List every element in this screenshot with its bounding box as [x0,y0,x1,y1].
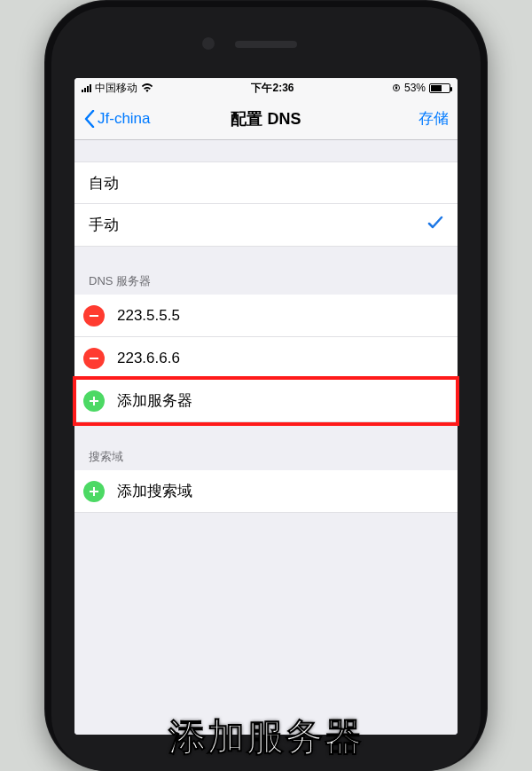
dns-server-value: 223.5.5.5 [117,307,180,325]
mode-group: 自动 手动 [74,161,458,247]
add-server-button[interactable] [83,390,105,412]
remove-server-button[interactable] [83,305,105,326]
checkmark-icon [427,215,443,235]
back-button[interactable]: Jf-china [83,110,151,128]
svg-rect-7 [90,491,98,492]
chevron-left-icon [83,110,96,128]
svg-rect-1 [395,87,397,90]
orientation-lock-icon [392,83,401,92]
front-camera [202,37,215,50]
dns-group: DNS 服务器 223.5.5.5 223.6.6.6 [74,268,458,422]
wifi-icon [141,83,153,92]
signal-icon [82,83,91,92]
mode-auto-label: 自动 [89,173,119,193]
screen: 中国移动 下午2:36 53% [74,78,458,735]
plus-icon [88,395,100,407]
add-server-label: 添加服务器 [117,390,192,411]
search-group-header: 搜索域 [74,444,458,470]
dns-server-value: 223.6.6.6 [117,350,180,367]
svg-rect-2 [90,315,98,317]
plus-icon [88,485,100,498]
svg-rect-3 [90,358,98,359]
status-bar: 中国移动 下午2:36 53% [74,78,458,98]
dns-server-row[interactable]: 223.5.5.5 [74,295,458,337]
minus-icon [88,310,100,322]
minus-icon [88,352,100,365]
back-label: Jf-china [98,110,151,128]
battery-icon [429,83,450,93]
status-time: 下午2:36 [153,81,392,96]
save-button[interactable]: 存储 [419,108,449,129]
phone-frame: 中国移动 下午2:36 53% [44,0,488,771]
add-search-domain-label: 添加搜索域 [117,481,192,501]
mode-manual-cell[interactable]: 手动 [74,204,458,247]
nav-bar: Jf-china 配置 DNS 存储 [74,98,458,140]
mode-auto-cell[interactable]: 自动 [74,161,458,204]
carrier-label: 中国移动 [95,81,137,96]
add-search-domain-row[interactable]: 添加搜索域 [74,470,458,513]
speaker-grille [235,41,297,48]
remove-server-button[interactable] [83,348,105,369]
dns-server-row[interactable]: 223.6.6.6 [74,337,458,380]
add-search-domain-button[interactable] [83,481,105,502]
mode-manual-label: 手动 [89,215,119,235]
content-area: 自动 手动 DNS 服务器 [74,140,458,735]
dns-group-header: DNS 服务器 [74,268,458,295]
battery-pct: 53% [404,82,426,94]
svg-rect-5 [90,400,98,402]
add-server-row[interactable]: 添加服务器 [74,380,458,422]
phone-bezel: 中国移动 下午2:36 53% [51,7,481,771]
search-domain-group: 搜索域 添加搜索域 [74,444,458,513]
